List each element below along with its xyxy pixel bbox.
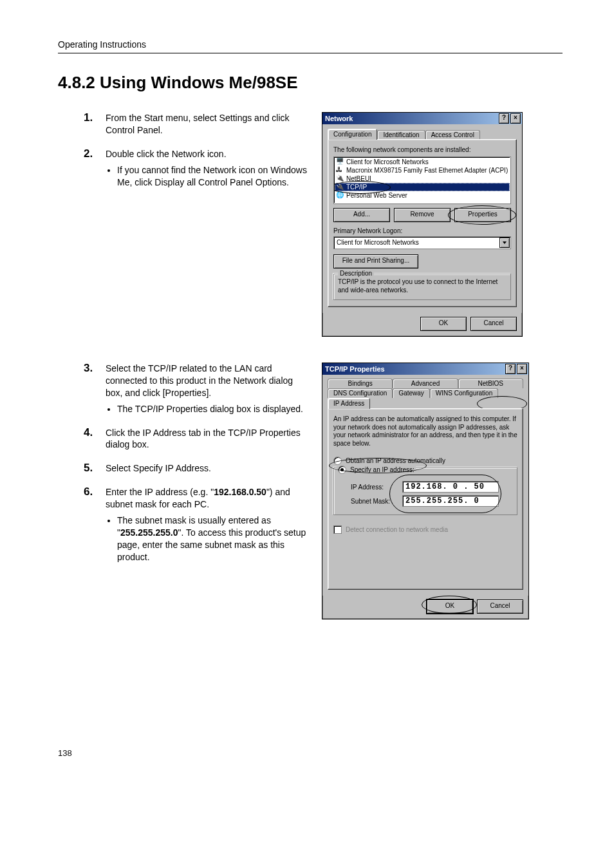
step-text: Select Specify IP Address. [106, 463, 211, 473]
ip-address-label: IP Address: [351, 484, 396, 491]
client-icon: 🖥️ [336, 158, 344, 165]
properties-button[interactable]: Properties [454, 208, 511, 222]
tab-dns[interactable]: DNS Configuration [328, 388, 393, 398]
dropdown-caret-icon [499, 238, 510, 248]
step-number: 6. [84, 485, 93, 500]
close-button[interactable]: × [510, 113, 521, 124]
step-item: 4.Click the IP Address tab in the TCP/IP… [84, 427, 309, 451]
tab-gateway[interactable]: Gateway [393, 388, 429, 398]
list-item: 🌐Personal Web Server [335, 191, 510, 200]
tcpip-title: TCP/IP Properties [325, 365, 504, 373]
primary-logon-label: Primary Network Logon: [333, 227, 511, 236]
step-item: 1.From the Start menu, select Settings a… [84, 112, 309, 137]
subnet-mask-label: Subnet Mask: [351, 498, 396, 505]
document-page: Operating Instructions 4.8.2 Using Windo… [0, 0, 614, 797]
add-button[interactable]: Add... [333, 208, 390, 222]
tcpip-info-text: An IP address can be automatically assig… [333, 415, 517, 448]
step-text: From the Start menu, select Settings and… [106, 113, 290, 135]
step-text: Enter the IP address (e.g. "192.168.0.50… [106, 487, 290, 509]
radio-icon [333, 457, 342, 465]
step-number: 4. [84, 426, 93, 440]
primary-logon-value: Client for Microsoft Networks [337, 238, 419, 248]
instructions-block-1: 1.From the Start menu, select Settings a… [58, 112, 563, 337]
components-listbox[interactable]: 🖥️Client for Microsoft Networks 🖧Macroni… [333, 156, 511, 204]
adapter-icon: 🖧 [336, 166, 344, 174]
help-button[interactable]: ? [505, 364, 516, 374]
service-icon: 🌐 [336, 191, 344, 199]
section-heading: 4.8.2 Using Windows Me/98SE [58, 73, 563, 93]
description-label: Description [338, 270, 374, 277]
components-prompt: The following network components are ins… [333, 146, 511, 155]
tab-advanced[interactable]: Advanced [393, 379, 458, 388]
step-number: 5. [84, 461, 93, 476]
detect-connection-checkbox: Detect connection to network media [333, 525, 517, 534]
page-number: 138 [58, 748, 563, 758]
ip-address-field[interactable]: 192.168. 0 . 50 [402, 481, 499, 493]
cancel-button[interactable]: Cancel [470, 317, 517, 331]
tab-ip-address[interactable]: IP Address [328, 398, 370, 409]
network-title: Network [325, 115, 498, 122]
protocol-icon: 🔌 [336, 183, 344, 191]
step-number: 2. [84, 147, 93, 162]
tcpip-dialog: TCP/IP Properties ? × Bindings Advanced … [322, 363, 529, 619]
tab-identification[interactable]: Identification [377, 130, 425, 140]
network-dialog: Network ? × Configuration Identification… [322, 112, 523, 337]
step-item: 5.Select Specify IP Address. [84, 462, 309, 475]
instructions-block-2: 3.Select the TCP/IP related to the LAN c… [58, 363, 563, 619]
steps-list-a: 1.From the Start menu, select Settings a… [84, 112, 309, 188]
tab-bindings[interactable]: Bindings [328, 379, 393, 388]
step-item: 2.Double click the Network icon.If you c… [84, 148, 309, 189]
step-text: Select the TCP/IP related to the LAN car… [106, 363, 293, 398]
step-bullets: The subnet mask is usually entered as "2… [117, 514, 309, 563]
radio-icon [338, 466, 346, 474]
list-item: 🖥️Client for Microsoft Networks [335, 158, 510, 166]
step-bullets: The TCP/IP Properties dialog box is disp… [117, 403, 309, 415]
bullet-item: The subnet mask is usually entered as "2… [117, 514, 309, 563]
tcpip-tabs: Bindings Advanced NetBIOS DNS Configurat… [328, 379, 523, 409]
step-number: 3. [84, 361, 93, 376]
radio-specify[interactable]: Specify an IP address: [337, 466, 416, 474]
description-text: TCP/IP is the protocol you use to connec… [338, 278, 507, 294]
step-bullets: If you cannot find the Network icon on W… [117, 164, 309, 189]
remove-button[interactable]: Remove [394, 208, 451, 222]
step-item: 3.Select the TCP/IP related to the LAN c… [84, 363, 309, 415]
list-item: 🖧Macronix MX98715 Family Fast Ethernet A… [335, 166, 510, 175]
primary-logon-dropdown[interactable]: Client for Microsoft Networks [333, 236, 511, 249]
step-item: 6.Enter the IP address (e.g. "192.168.0.… [84, 486, 309, 563]
protocol-icon: 🔌 [336, 175, 344, 182]
tcpip-titlebar: TCP/IP Properties ? × [322, 363, 528, 375]
tab-wins[interactable]: WINS Configuration [430, 388, 498, 398]
steps-list-b: 3.Select the TCP/IP related to the LAN c… [84, 363, 309, 563]
specify-group: Specify an IP address: IP Address: 192.1… [333, 467, 517, 515]
subnet-mask-field[interactable]: 255.255.255. 0 [402, 495, 499, 507]
radio-obtain-auto[interactable]: Obtain an IP address automatically [333, 457, 517, 465]
ok-button[interactable]: OK [420, 317, 467, 331]
page-header: Operating Instructions [58, 39, 563, 53]
tab-access-control[interactable]: Access Control [425, 130, 480, 140]
list-item: 🔌NetBEUI [335, 175, 510, 183]
ok-button[interactable]: OK [427, 599, 473, 614]
running-head: Operating Instructions [58, 39, 146, 50]
close-button[interactable]: × [517, 364, 527, 374]
tab-configuration[interactable]: Configuration [328, 129, 377, 140]
cancel-button[interactable]: Cancel [477, 599, 523, 614]
network-tabs: Configuration Identification Access Cont… [328, 128, 517, 140]
step-text: Double click the Network icon. [106, 149, 227, 159]
description-group: Description TCP/IP is the protocol you u… [333, 274, 511, 300]
network-titlebar: Network ? × [322, 113, 522, 124]
bullet-item: The TCP/IP Properties dialog box is disp… [117, 403, 309, 415]
bullet-item: If you cannot find the Network icon on W… [117, 164, 309, 189]
checkbox-icon [333, 525, 342, 534]
help-button[interactable]: ? [499, 113, 509, 124]
step-number: 1. [84, 111, 93, 126]
list-item-selected: 🔌TCP/IP [335, 183, 510, 191]
file-print-sharing-button[interactable]: File and Print Sharing... [333, 254, 418, 269]
step-text: Click the IP Address tab in the TCP/IP P… [106, 428, 301, 450]
tab-netbios[interactable]: NetBIOS [458, 379, 523, 388]
annotation-ip-fields-oval [389, 475, 501, 513]
